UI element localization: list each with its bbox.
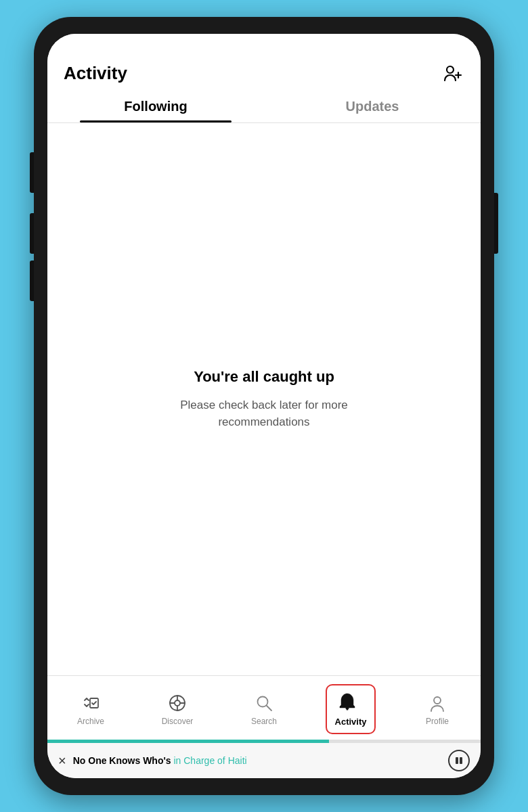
svg-point-5 xyxy=(175,700,180,706)
nav-label-search: Search xyxy=(251,717,277,726)
activity-highlight-box: Activity xyxy=(326,684,376,734)
profile-icon xyxy=(426,692,448,714)
nav-label-discover: Discover xyxy=(162,717,194,726)
caught-up-title: You're all caught up xyxy=(194,368,334,386)
mini-player-title-normal: in Charge of Haiti xyxy=(171,755,247,766)
svg-point-10 xyxy=(258,697,268,707)
nav-item-activity[interactable]: Activity xyxy=(307,681,394,737)
mini-player-close-button[interactable]: × xyxy=(58,753,66,769)
nav-item-profile[interactable]: Profile xyxy=(394,681,481,737)
discover-icon xyxy=(167,692,188,714)
bell-icon xyxy=(335,691,359,715)
nav-item-discover[interactable]: Discover xyxy=(134,681,221,737)
main-content: You're all caught up Please check back l… xyxy=(47,123,481,675)
progress-bar-fill xyxy=(47,740,329,743)
add-user-button[interactable] xyxy=(440,61,464,85)
nav-item-search[interactable]: Search xyxy=(221,681,307,737)
search-icon xyxy=(253,692,275,714)
tabs-bar: Following Updates xyxy=(47,88,481,122)
mini-player-pause-button[interactable] xyxy=(448,750,470,771)
app-header: Activity xyxy=(47,55,481,88)
tab-updates[interactable]: Updates xyxy=(264,88,481,122)
archive-icon xyxy=(80,692,102,714)
status-bar xyxy=(47,34,481,55)
bottom-nav: Archive Discover xyxy=(47,676,481,740)
svg-point-0 xyxy=(447,66,454,73)
tab-following[interactable]: Following xyxy=(47,88,264,122)
svg-rect-16 xyxy=(460,757,462,764)
mini-player-title: No One Knows Who's in Charge of Haiti xyxy=(73,755,441,766)
progress-bar xyxy=(47,740,481,743)
svg-rect-12 xyxy=(345,708,349,709)
caught-up-subtitle: Please check back later for more recomme… xyxy=(156,397,372,431)
mini-player-title-bold: No One Knows Who's xyxy=(73,755,171,766)
svg-line-11 xyxy=(267,706,271,710)
nav-label-profile: Profile xyxy=(426,717,449,726)
phone-frame: Activity Following Updates Y xyxy=(34,17,494,795)
phone-screen: Activity Following Updates Y xyxy=(47,34,481,778)
svg-point-14 xyxy=(434,697,441,704)
svg-rect-13 xyxy=(346,709,348,710)
page-title: Activity xyxy=(64,63,127,84)
nav-item-archive[interactable]: Archive xyxy=(47,681,134,737)
svg-rect-15 xyxy=(456,757,458,764)
mini-player: × No One Knows Who's in Charge of Haiti xyxy=(47,743,481,778)
nav-label-activity: Activity xyxy=(335,717,367,727)
nav-label-archive: Archive xyxy=(77,717,104,726)
